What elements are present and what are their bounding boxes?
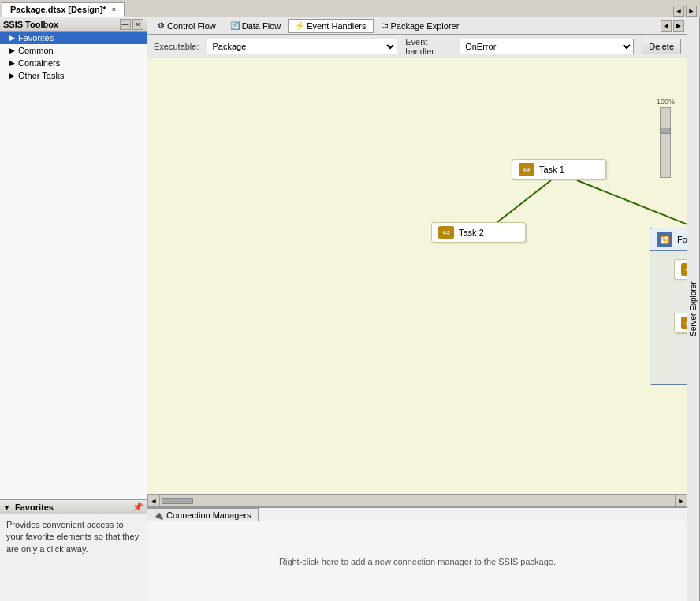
- arrow-icon: ▶: [9, 59, 15, 67]
- foreach-icon: 🔁: [657, 232, 672, 247]
- zoom-label: 100%: [657, 98, 675, 106]
- app-container: Package.dtsx [Design]* × ◄ ► SSIS Toolbo…: [0, 0, 700, 601]
- foreach-title: Foreach Loop Container: [677, 235, 687, 244]
- toolbox-item-label: Favorites: [18, 33, 54, 43]
- scroll-left-btn[interactable]: ◄: [147, 495, 160, 507]
- toolbox-header: SSIS Toolbox — ×: [0, 17, 147, 32]
- toolbox-close-icon[interactable]: ×: [132, 19, 143, 30]
- tab-control-flow[interactable]: ⚙ Control Flow: [151, 19, 223, 33]
- control-flow-label: Control Flow: [167, 21, 216, 31]
- task3-node[interactable]: ⇔ Task 3: [674, 259, 687, 280]
- zoom-track: [660, 107, 671, 178]
- arrow-icon: ▶: [9, 34, 15, 42]
- favorites-description: Provides convenient access to your favor…: [6, 520, 139, 554]
- canvas-container: ⇔ Task 1 ⇔ Task 2: [147, 58, 687, 601]
- toolbox-item-common[interactable]: ▶ Common: [0, 44, 147, 57]
- task1-node[interactable]: ⇔ Task 1: [512, 159, 606, 180]
- right-area: ⚙ Control Flow 🔄 Data Flow ⚡ Event Handl…: [147, 17, 687, 601]
- h-scroll-track[interactable]: [162, 498, 673, 504]
- h-scroll-thumb[interactable]: [162, 498, 193, 504]
- zoom-thumb[interactable]: [660, 128, 671, 134]
- favorites-panel-title: ▼ Favorites: [3, 503, 54, 512]
- task4-node[interactable]: ⇒ Task 4: [674, 313, 687, 333]
- svg-line-1: [577, 180, 687, 228]
- arrow-icon: ▶: [9, 72, 15, 80]
- toolbox-item-containers[interactable]: ▶ Containers: [0, 57, 147, 69]
- executable-select[interactable]: Package: [207, 39, 397, 54]
- toolbox-title: SSIS Toolbox: [3, 20, 58, 29]
- document-tab-bar: Package.dtsx [Design]* × ◄ ►: [0, 0, 700, 17]
- toolbox-item-label: Other Tasks: [18, 71, 65, 80]
- foreach-header: 🔁 Foreach Loop Container ⌃: [650, 228, 687, 251]
- server-explorer-label: Server Explorer: [689, 282, 698, 336]
- task1-label: Task 1: [539, 165, 564, 174]
- package-tab[interactable]: Package.dtsx [Design]* ×: [2, 2, 125, 17]
- exe-event-row: Executable: Package Event handler: OnErr…: [147, 35, 687, 58]
- h-scrollbar: ◄ ►: [147, 494, 687, 506]
- event-handler-select[interactable]: OnError: [460, 39, 634, 54]
- scroll-right-btn[interactable]: ►: [675, 495, 687, 507]
- designer-tab-controls: ◄ ►: [661, 20, 684, 32]
- package-explorer-icon: 🗂: [381, 21, 389, 30]
- connection-managers-tab[interactable]: 🔌 Connection Managers: [147, 508, 259, 521]
- package-tab-label: Package.dtsx [Design]*: [10, 5, 106, 14]
- toolbox-panel: SSIS Toolbox — × ▶ Favorites ▶ Common ▶ …: [0, 17, 147, 601]
- event-handler-label: Event handler:: [405, 37, 452, 56]
- data-flow-icon: 🔄: [230, 21, 240, 30]
- conn-mgr-empty-text: Right-click here to add a new connection…: [279, 557, 556, 566]
- task1-icon-symbol: ⇔: [523, 164, 531, 175]
- favorites-collapse-icon: ▼: [3, 504, 10, 512]
- event-handlers-icon: ⚡: [295, 21, 304, 30]
- main-area: SSIS Toolbox — × ▶ Favorites ▶ Common ▶ …: [0, 17, 700, 601]
- tab-nav-left[interactable]: ◄: [673, 6, 684, 17]
- data-flow-label: Data Flow: [242, 21, 281, 31]
- task2-icon-symbol: ⇔: [442, 227, 450, 238]
- zoom-indicator: 100%: [657, 98, 675, 178]
- conn-mgr-tab-row: 🔌 Connection Managers: [147, 508, 687, 521]
- task1-icon: ⇔: [519, 163, 534, 176]
- design-canvas[interactable]: ⇔ Task 1 ⇔ Task 2: [147, 58, 687, 494]
- conn-mgr-tab-label: Connection Managers: [166, 510, 251, 520]
- control-flow-icon: ⚙: [158, 21, 165, 30]
- foreach-body: ⇔ Task 3: [650, 251, 687, 341]
- executable-label: Executable:: [154, 42, 199, 51]
- connection-managers-content[interactable]: Right-click here to add a new connection…: [147, 521, 687, 601]
- toolbox-item-label: Common: [18, 46, 54, 55]
- toolbox-header-icons: — ×: [120, 19, 143, 30]
- server-explorer-tab[interactable]: Server Explorer: [687, 17, 700, 601]
- task2-icon: ⇔: [438, 226, 454, 239]
- arrow-icon: ▶: [9, 46, 15, 54]
- tab-nav-right[interactable]: ►: [686, 6, 697, 17]
- delete-button[interactable]: Delete: [642, 39, 681, 54]
- tab-event-handlers[interactable]: ⚡ Event Handlers: [288, 19, 373, 33]
- toolbox-item-favorites[interactable]: ▶ Favorites: [0, 32, 147, 44]
- toolbox-item-label: Containers: [18, 58, 60, 68]
- event-handlers-label: Event Handlers: [307, 21, 366, 31]
- favorites-panel: ▼ Favorites 📌 Provides convenient access…: [0, 499, 147, 601]
- task2-node[interactable]: ⇔ Task 2: [431, 222, 526, 243]
- designer-tab-bar: ⚙ Control Flow 🔄 Data Flow ⚡ Event Handl…: [147, 17, 687, 35]
- connection-managers-panel: 🔌 Connection Managers Right-click here t…: [147, 506, 687, 601]
- tab-controls: ◄ ►: [673, 6, 700, 17]
- svg-line-0: [490, 180, 551, 228]
- favorites-panel-pin[interactable]: 📌: [132, 502, 143, 512]
- toolbox-pin-icon[interactable]: —: [120, 19, 131, 30]
- task2-label: Task 2: [459, 228, 484, 237]
- connection-lines: [147, 58, 687, 494]
- foreach-icon-symbol: 🔁: [660, 236, 669, 244]
- task4-icon: ⇒: [681, 317, 687, 329]
- toolbox-item-other-tasks[interactable]: ▶ Other Tasks: [0, 69, 147, 82]
- designer-nav-left[interactable]: ◄: [661, 20, 672, 32]
- close-tab-icon[interactable]: ×: [112, 6, 116, 13]
- task3-icon: ⇔: [681, 263, 687, 276]
- foreach-container[interactable]: 🔁 Foreach Loop Container ⌃ ⇔: [650, 228, 687, 385]
- package-explorer-label: Package Explorer: [391, 21, 460, 31]
- toolbox-content: ▶ Favorites ▶ Common ▶ Containers ▶ Othe…: [0, 32, 147, 499]
- tab-data-flow[interactable]: 🔄 Data Flow: [223, 19, 289, 33]
- designer-nav-right[interactable]: ►: [673, 20, 684, 32]
- conn-mgr-icon: 🔌: [154, 511, 163, 520]
- favorites-panel-header: ▼ Favorites 📌: [0, 500, 147, 514]
- favorites-panel-content: Provides convenient access to your favor…: [0, 514, 147, 601]
- foreach-header-content: 🔁 Foreach Loop Container: [657, 232, 687, 247]
- tab-package-explorer[interactable]: 🗂 Package Explorer: [374, 19, 467, 33]
